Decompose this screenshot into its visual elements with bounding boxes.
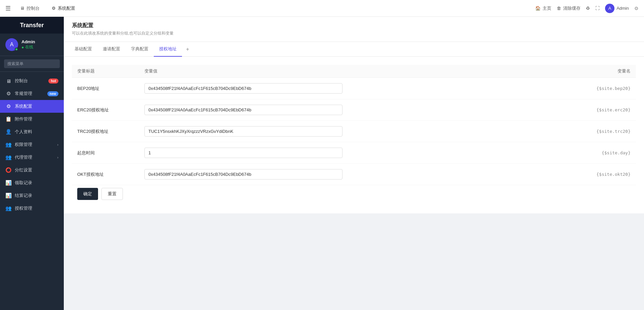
button-row: 确定 重置 xyxy=(72,185,636,205)
sidebar-search-container xyxy=(0,56,64,72)
bep20-input[interactable] xyxy=(144,83,342,94)
bep20-label: BEP20地址 xyxy=(77,86,144,92)
general-icon: ⚙ xyxy=(5,91,11,97)
trc20-label: TRC20授权地址 xyxy=(77,128,144,135)
col-header-name: 变量名 xyxy=(547,68,631,74)
sidebar-item-permissions[interactable]: 👥 权限管理 › xyxy=(0,138,64,151)
profile-icon: 👤 xyxy=(5,129,11,135)
settlement-icon: 📊 xyxy=(5,193,11,199)
tab-basic-config[interactable]: 基础配置 xyxy=(69,42,97,57)
sidebar-item-dividend[interactable]: ⭕ 分红设置 xyxy=(0,164,64,176)
authorization-icon: 👥 xyxy=(5,205,11,211)
topbar-clear-cache-label: 清除缓存 xyxy=(563,5,581,11)
sidebar-item-agent[interactable]: 👥 代理管理 › xyxy=(0,151,64,164)
dividend-icon: ⭕ xyxy=(5,167,11,173)
erc20-input-container xyxy=(144,105,547,115)
trash-icon: 🗑 xyxy=(557,6,561,11)
form-row-okt20: OKT授权地址 {$site.okt20} xyxy=(72,164,636,185)
trc20-varname: {$site.trc20} xyxy=(547,129,631,134)
sidebar-item-authorization-label: 授权管理 xyxy=(15,205,32,211)
claim-icon: 📊 xyxy=(5,180,11,186)
sidebar-brand: Transfer xyxy=(0,17,64,34)
day-input-container xyxy=(144,148,547,158)
reset-button[interactable]: 重置 xyxy=(101,188,123,200)
tab-auth-address[interactable]: 授权地址 xyxy=(154,42,182,57)
form-row-bep20: BEP20地址 {$site.bep20} xyxy=(72,78,636,99)
avatar: A xyxy=(5,38,18,51)
hot-badge: hot xyxy=(48,79,58,84)
confirm-button[interactable]: 确定 xyxy=(77,188,98,200)
sidebar-item-dashboard-label: 控制台 xyxy=(15,78,28,84)
hamburger-icon[interactable]: ☰ xyxy=(5,5,11,12)
sidebar-item-claim-label: 领取记录 xyxy=(15,180,32,186)
erc20-varname: {$site.erc20} xyxy=(547,107,631,112)
sidebar-item-authorization[interactable]: 👥 授权管理 xyxy=(0,202,64,215)
topbar-settings-icon[interactable]: ⚙ xyxy=(634,6,639,11)
dashboard-icon: 🖥 xyxy=(20,6,25,11)
layout: Transfer A Admin ● 在线 🖥 控制台 hot xyxy=(0,17,644,310)
sidebar-item-permissions-label: 权限管理 xyxy=(15,142,32,148)
sidebar-item-sysconfig-label: 系统配置 xyxy=(15,103,32,109)
okt20-input-container xyxy=(144,169,547,179)
attachment-icon: 📋 xyxy=(5,116,11,122)
topbar-home-label: 主页 xyxy=(543,5,551,11)
sysconfig-icon: ⚙ xyxy=(52,6,56,11)
user-info: Admin ● 在线 xyxy=(21,39,35,50)
bep20-varname: {$site.bep20} xyxy=(547,86,631,91)
page-header: 系统配置 可以在此填改系统的变量和分组,也可以自定义分组和变量 xyxy=(64,17,644,42)
sidebar-item-general-label: 常规管理 xyxy=(15,91,32,97)
refresh-icon: ♻ xyxy=(586,6,590,11)
search-input[interactable] xyxy=(4,59,60,68)
day-input[interactable] xyxy=(144,148,342,158)
topbar-admin-avatar[interactable]: A Admin xyxy=(605,4,629,13)
online-dot: ● xyxy=(21,45,24,50)
sidebar-item-general[interactable]: ⚙ 常规管理 new xyxy=(0,87,64,100)
online-indicator xyxy=(15,48,18,51)
trc20-input[interactable] xyxy=(144,126,342,137)
home-icon: 🏠 xyxy=(535,6,541,11)
topbar-nav-dashboard[interactable]: 🖥 控制台 xyxy=(17,4,42,13)
sidebar-item-profile[interactable]: 👤 个人资料 xyxy=(0,125,64,138)
topbar-nav-sysconfig[interactable]: ⚙ 系统配置 xyxy=(49,4,78,13)
permissions-icon: 👥 xyxy=(5,142,11,148)
sidebar: Transfer A Admin ● 在线 🖥 控制台 hot xyxy=(0,17,64,310)
okt20-label: OKT授权地址 xyxy=(77,171,144,177)
tab-add-button[interactable]: + xyxy=(182,44,193,55)
topbar-home-btn[interactable]: 🏠 主页 xyxy=(535,5,551,11)
sidebar-item-settlement-label: 结算记录 xyxy=(15,193,32,199)
col-header-label: 变量标题 xyxy=(77,68,144,74)
form-row-trc20: TRC20授权地址 {$site.trc20} xyxy=(72,121,636,142)
erc20-input[interactable] xyxy=(144,105,342,115)
tab-dict-config[interactable]: 字典配置 xyxy=(126,42,154,57)
sidebar-item-dashboard[interactable]: 🖥 控制台 hot xyxy=(0,74,64,87)
tab-bar: 基础配置 邀请配置 字典配置 授权地址 + xyxy=(64,42,644,57)
sidebar-item-attachment-label: 附件管理 xyxy=(15,116,32,122)
topbar-refresh-btn[interactable]: ♻ xyxy=(586,6,590,11)
day-varname: {$site.day} xyxy=(547,150,631,155)
okt20-input[interactable] xyxy=(144,169,342,179)
sidebar-item-claim[interactable]: 📊 领取记录 xyxy=(0,176,64,189)
sidebar-user: A Admin ● 在线 xyxy=(0,34,64,56)
sidebar-item-attachment[interactable]: 📋 附件管理 xyxy=(0,113,64,125)
form-row-day: 起息时间 {$site.day} xyxy=(72,142,636,164)
bep20-input-container xyxy=(144,83,547,94)
tab-invite-config[interactable]: 邀请配置 xyxy=(97,42,126,57)
form-row-erc20: ERC20授权地址 {$site.erc20} xyxy=(72,99,636,121)
trc20-input-container xyxy=(144,126,547,137)
topbar-fullscreen-btn[interactable]: ⛶ xyxy=(595,6,600,11)
topbar-clear-cache-btn[interactable]: 🗑 清除缓存 xyxy=(557,5,581,11)
topbar-nav-sysconfig-label: 系统配置 xyxy=(58,5,75,11)
okt20-varname: {$site.okt20} xyxy=(547,172,631,177)
sidebar-item-settlement[interactable]: 📊 结算记录 xyxy=(0,189,64,202)
day-label: 起息时间 xyxy=(77,150,144,156)
avatar: A xyxy=(605,4,614,13)
table-header: 变量标题 变量值 变量名 xyxy=(72,65,636,78)
topbar-admin-label: Admin xyxy=(616,6,629,11)
sidebar-item-sysconfig[interactable]: ⚙ 系统配置 xyxy=(0,100,64,113)
sidebar-item-profile-label: 个人资料 xyxy=(15,129,32,135)
topbar-right: 🏠 主页 🗑 清除缓存 ♻ ⛶ A Admin ⚙ xyxy=(535,4,639,13)
agent-icon: 👥 xyxy=(5,154,11,160)
sidebar-item-agent-label: 代理管理 xyxy=(15,154,32,160)
username: Admin xyxy=(21,39,35,44)
page-description: 可以在此填改系统的变量和分组,也可以自定义分组和变量 xyxy=(72,31,636,36)
